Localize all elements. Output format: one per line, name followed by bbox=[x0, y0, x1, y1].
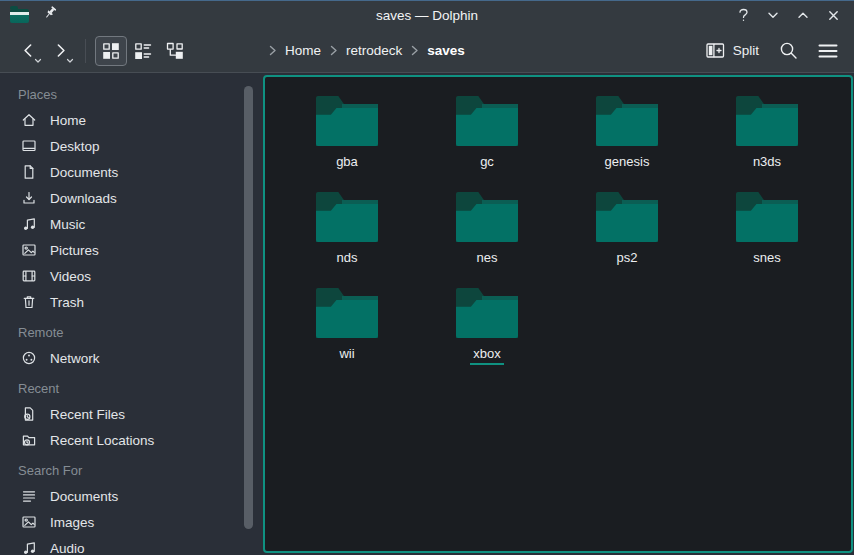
sidebar-item-pictures[interactable]: Pictures bbox=[0, 237, 263, 263]
folder-item-ps2[interactable]: ps2 bbox=[557, 182, 697, 278]
sidebar-item-label: Downloads bbox=[50, 191, 117, 206]
folder-name: xbox bbox=[470, 346, 503, 365]
sidebar-item-label: Network bbox=[50, 351, 100, 366]
image-icon bbox=[21, 242, 37, 258]
sidebar-item-trash[interactable]: Trash bbox=[0, 289, 263, 315]
sidebar-section-search-for: Search For bbox=[0, 453, 263, 483]
tree-view-icon bbox=[166, 42, 184, 60]
network-icon bbox=[21, 350, 37, 366]
folder-view: gbagcgenesisn3dsndsnesps2sneswiixbox bbox=[263, 75, 853, 553]
folder-name: wii bbox=[336, 346, 357, 363]
breadcrumb-item-home[interactable]: Home bbox=[285, 43, 321, 58]
folder-item-xbox[interactable]: xbox bbox=[417, 278, 557, 374]
recent-files-icon bbox=[21, 406, 37, 422]
sidebar-item-label: Audio bbox=[50, 541, 85, 555]
pin-icon[interactable] bbox=[42, 5, 58, 25]
titlebar: saves — Dolphin bbox=[0, 1, 854, 29]
split-button-label: Split bbox=[733, 43, 759, 58]
folder-name: nes bbox=[474, 250, 501, 267]
sidebar-item-audio[interactable]: Audio bbox=[0, 535, 263, 555]
details-view-icon bbox=[134, 42, 152, 60]
folder-item-wii[interactable]: wii bbox=[277, 278, 417, 374]
sidebar-item-label: Documents bbox=[50, 489, 118, 504]
folder-name: gba bbox=[333, 154, 361, 171]
sidebar-item-videos[interactable]: Videos bbox=[0, 263, 263, 289]
sidebar-item-music[interactable]: Music bbox=[0, 211, 263, 237]
sidebar-item-documents[interactable]: Documents bbox=[0, 159, 263, 185]
folder-icon bbox=[596, 192, 658, 242]
breadcrumb-separator-icon bbox=[409, 45, 420, 56]
music-icon bbox=[21, 216, 37, 232]
chevron-down-icon bbox=[769, 13, 777, 17]
tree-view-button[interactable] bbox=[159, 36, 191, 66]
breadcrumb-separator-icon bbox=[328, 45, 339, 56]
chevron-up-icon bbox=[799, 13, 807, 17]
breadcrumb: Homeretrodecksaves bbox=[267, 29, 465, 72]
back-history-caret-icon[interactable] bbox=[34, 58, 42, 64]
sidebar-item-recent-files[interactable]: Recent Files bbox=[0, 401, 263, 427]
sidebar-item-label: Images bbox=[50, 515, 94, 530]
places-panel: PlacesHomeDesktopDocumentsDownloadsMusic… bbox=[0, 73, 263, 555]
help-button[interactable] bbox=[732, 4, 754, 26]
folder-icon bbox=[316, 96, 378, 146]
folder-item-gc[interactable]: gc bbox=[417, 86, 557, 182]
sidebar-item-downloads[interactable]: Downloads bbox=[0, 185, 263, 211]
home-icon bbox=[21, 112, 37, 128]
sidebar-section-places: Places bbox=[0, 77, 263, 107]
folder-icon bbox=[456, 96, 518, 146]
image-icon bbox=[21, 514, 37, 530]
folder-name: snes bbox=[750, 250, 783, 267]
breadcrumb-separator-icon bbox=[267, 45, 278, 56]
icons-view-button[interactable] bbox=[95, 36, 127, 66]
window-title: saves — Dolphin bbox=[376, 8, 478, 23]
breadcrumb-item-retrodeck[interactable]: retrodeck bbox=[346, 43, 402, 58]
folder-name: n3ds bbox=[750, 154, 784, 171]
desktop-icon bbox=[21, 138, 37, 154]
dolphin-folder-icon bbox=[10, 9, 29, 23]
sidebar-scrollbar-thumb[interactable] bbox=[244, 86, 253, 529]
folder-grid: gbagcgenesisn3dsndsnesps2sneswiixbox bbox=[265, 77, 851, 374]
sidebar-item-network[interactable]: Network bbox=[0, 345, 263, 371]
close-button[interactable] bbox=[822, 4, 844, 26]
folder-item-n3ds[interactable]: n3ds bbox=[697, 86, 837, 182]
recent-locations-icon bbox=[21, 432, 37, 448]
folder-icon bbox=[456, 288, 518, 338]
toolbar-separator bbox=[85, 39, 86, 63]
folder-name: genesis bbox=[602, 154, 653, 171]
titlebar-left bbox=[10, 5, 58, 25]
folder-item-snes[interactable]: snes bbox=[697, 182, 837, 278]
menu-button[interactable] bbox=[818, 43, 838, 59]
folder-item-gba[interactable]: gba bbox=[277, 86, 417, 182]
split-button[interactable]: Split bbox=[706, 42, 759, 59]
download-icon bbox=[21, 190, 37, 206]
sidebar-item-recent-locations[interactable]: Recent Locations bbox=[0, 427, 263, 453]
sidebar-item-desktop[interactable]: Desktop bbox=[0, 133, 263, 159]
sidebar-item-documents[interactable]: Documents bbox=[0, 483, 263, 509]
folder-item-nds[interactable]: nds bbox=[277, 182, 417, 278]
breadcrumb-item-saves[interactable]: saves bbox=[427, 43, 465, 58]
folder-name: gc bbox=[477, 154, 497, 171]
chevron-right-icon bbox=[58, 45, 64, 56]
music-icon bbox=[21, 540, 37, 555]
sidebar-item-label: Pictures bbox=[50, 243, 99, 258]
folder-icon bbox=[316, 192, 378, 242]
sidebar-item-home[interactable]: Home bbox=[0, 107, 263, 133]
forward-history-caret-icon[interactable] bbox=[66, 58, 74, 64]
window-body: PlacesHomeDesktopDocumentsDownloadsMusic… bbox=[0, 73, 854, 555]
details-view-button[interactable] bbox=[127, 36, 159, 66]
sidebar-item-label: Trash bbox=[50, 295, 84, 310]
folder-icon bbox=[456, 192, 518, 242]
folder-item-nes[interactable]: nes bbox=[417, 182, 557, 278]
maximize-button[interactable] bbox=[792, 4, 814, 26]
search-button[interactable] bbox=[779, 41, 798, 60]
minimize-button[interactable] bbox=[762, 4, 784, 26]
sidebar-item-images[interactable]: Images bbox=[0, 509, 263, 535]
folder-item-genesis[interactable]: genesis bbox=[557, 86, 697, 182]
forward-button[interactable] bbox=[44, 36, 76, 66]
folder-icon bbox=[736, 96, 798, 146]
sidebar-item-label: Videos bbox=[50, 269, 91, 284]
sidebar-item-label: Desktop bbox=[50, 139, 100, 154]
sidebar-section-remote: Remote bbox=[0, 315, 263, 345]
back-button[interactable] bbox=[12, 36, 44, 66]
video-icon bbox=[21, 268, 37, 284]
